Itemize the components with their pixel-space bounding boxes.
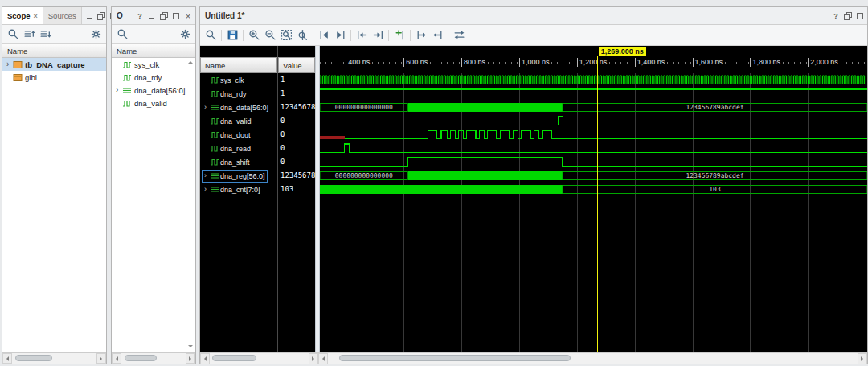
signal-name-row[interactable]: dna_dout: [200, 128, 277, 142]
waveform-dna_reg[56:0][interactable]: 000000000000000123456789abcdef: [320, 169, 867, 183]
maximize-button[interactable]: [171, 11, 181, 21]
tree-item-glbl[interactable]: glbl: [2, 71, 106, 84]
scroll-left-button[interactable]: [2, 353, 12, 364]
zoom-in-icon: [248, 29, 260, 41]
zoom-fit-button[interactable]: [279, 28, 293, 43]
scrollbar-track[interactable]: [328, 353, 858, 364]
waveform-sys_clk[interactable]: [320, 73, 867, 87]
name-column-header[interactable]: Name: [200, 57, 277, 73]
go-to-end-button[interactable]: [333, 28, 347, 43]
settings-button[interactable]: [88, 27, 103, 42]
help-button[interactable]: ?: [135, 11, 145, 21]
waveform-area[interactable]: 000000000000000123456789abcdef0000000000…: [320, 73, 867, 352]
zoom-out-button[interactable]: [263, 28, 277, 43]
scroll-right-button[interactable]: [309, 353, 318, 364]
objects-horizontal-scrollbar[interactable]: [112, 352, 195, 364]
object-item-sys_clk[interactable]: sys_clk: [112, 58, 195, 71]
float-button[interactable]: [159, 11, 169, 21]
signal-name-row[interactable]: dna_valid: [200, 114, 277, 128]
search-button[interactable]: [115, 27, 129, 42]
search-button[interactable]: [203, 28, 218, 43]
object-item-dna_data[56:0][interactable]: ›dna_data[56:0]: [112, 84, 195, 97]
signal-name-row[interactable]: dna_read: [200, 142, 277, 155]
cursor-line[interactable]: [597, 73, 598, 352]
close-button[interactable]: ×: [183, 11, 193, 21]
close-tab-icon[interactable]: ×: [34, 12, 38, 20]
zoom-out-icon: [264, 29, 276, 41]
scroll-left-button[interactable]: [318, 353, 328, 364]
cursor-time-label[interactable]: 1,269.000 ns: [599, 47, 646, 56]
float-button[interactable]: [843, 11, 853, 21]
names-horizontal-scrollbar[interactable]: [200, 352, 318, 364]
collapse-all-button[interactable]: [22, 27, 36, 42]
expand-arrow-icon[interactable]: ›: [6, 60, 13, 68]
next-edge-button[interactable]: [430, 28, 444, 43]
object-item-dna_valid[interactable]: dna_valid: [112, 97, 195, 109]
signal-icon: [122, 73, 133, 82]
object-item-dna_rdy[interactable]: dna_rdy: [112, 71, 195, 84]
scrollbar-thumb[interactable]: [125, 355, 157, 361]
next-transition-button[interactable]: [371, 28, 385, 43]
expand-arrow-icon[interactable]: ›: [204, 186, 210, 193]
signal-name-row[interactable]: sys_clk: [200, 73, 277, 87]
maximize-button[interactable]: [855, 11, 865, 21]
save-button[interactable]: [225, 28, 240, 43]
scroll-down-button[interactable]: [188, 345, 193, 350]
search-button[interactable]: [6, 27, 20, 42]
expand-arrow-icon[interactable]: ›: [116, 86, 122, 94]
scrollbar-thumb[interactable]: [15, 355, 52, 361]
wave-window-title: Untitled 1*: [200, 7, 249, 24]
waveform-dna_valid[interactable]: [320, 114, 867, 128]
minimize-button[interactable]: [84, 11, 94, 21]
zoom-in-button[interactable]: [247, 28, 261, 43]
waveform-dna_shift[interactable]: [320, 155, 867, 169]
scrollbar-thumb[interactable]: [212, 355, 256, 361]
help-button[interactable]: ?: [831, 11, 841, 21]
object-item-label: dna_valid: [134, 99, 167, 108]
float-button[interactable]: [96, 11, 106, 21]
swap-cursors-button[interactable]: [452, 28, 466, 43]
waveform-dna_dout[interactable]: [320, 128, 867, 142]
previous-transition-button[interactable]: [354, 28, 369, 43]
scroll-up-button[interactable]: [188, 59, 193, 64]
scrollbar-track[interactable]: [121, 353, 186, 364]
signal-name-row[interactable]: dna_shift: [200, 155, 277, 169]
settings-icon: [90, 28, 102, 40]
zoom-to-cursor-button[interactable]: [295, 28, 309, 43]
expand-arrow-icon[interactable]: ›: [204, 104, 210, 111]
waveform-dna_rdy[interactable]: [320, 87, 867, 101]
waveform-dna_data[56:0][interactable]: 000000000000000123456789abcdef: [320, 101, 867, 114]
scroll-left-button[interactable]: [200, 353, 210, 364]
scrollbar-track[interactable]: [12, 353, 96, 364]
signal-name-row[interactable]: ›dna_reg[56:0]: [200, 169, 277, 183]
zoom-to-cursor-icon: [297, 29, 309, 41]
signal-name-row[interactable]: ›dna_data[56:0]: [200, 101, 277, 114]
expand-all-button[interactable]: [38, 27, 52, 42]
settings-button[interactable]: [178, 27, 192, 42]
scroll-left-button[interactable]: [112, 353, 121, 364]
signal-name-row[interactable]: ›dna_cnt[7:0]: [200, 183, 277, 196]
scope-horizontal-scrollbar[interactable]: [2, 352, 106, 364]
previous-edge-button[interactable]: [414, 28, 428, 43]
scroll-right-button[interactable]: [858, 353, 867, 364]
value-column-header[interactable]: Value: [278, 57, 315, 73]
scrollbar-thumb[interactable]: [339, 355, 571, 361]
plot-horizontal-scrollbar[interactable]: [318, 352, 867, 364]
minimize-button[interactable]: [147, 11, 157, 21]
tree-item-tb_DNA_capture[interactable]: ›tb_DNA_capture: [2, 58, 106, 71]
tab-scope[interactable]: Scope×: [2, 7, 43, 24]
wave-toolbar: [200, 25, 867, 46]
object-item-label: dna_rdy: [134, 73, 162, 82]
signal-name-row[interactable]: dna_rdy: [200, 87, 277, 101]
right-triangle-icon: [861, 356, 866, 361]
scroll-right-button[interactable]: [96, 353, 106, 364]
waveform-dna_read[interactable]: [320, 142, 867, 155]
tab-sources[interactable]: Sources: [43, 7, 82, 24]
waveform-dna_cnt[7:0][interactable]: 103: [320, 183, 867, 196]
timeline-ruler[interactable]: 400 ns600 ns800 ns1,000 ns1,200 ns1,400 …: [320, 46, 867, 73]
expand-arrow-icon[interactable]: ›: [204, 172, 210, 179]
add-marker-button[interactable]: [392, 28, 407, 43]
scrollbar-track[interactable]: [210, 353, 309, 364]
scroll-right-button[interactable]: [186, 353, 195, 364]
go-to-start-button[interactable]: [317, 28, 331, 43]
